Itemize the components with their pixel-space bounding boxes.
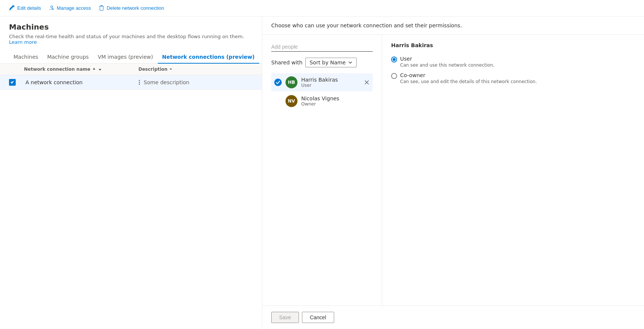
svg-point-1: [139, 82, 140, 83]
radio-user-content: User Can see and use this network connec…: [400, 56, 495, 68]
edit-details-label: Edit details: [17, 5, 41, 11]
delete-icon: [99, 5, 105, 11]
edit-details-button[interactable]: Edit details: [6, 4, 44, 13]
person-info-harris: Harris Bakiras User: [301, 77, 360, 88]
tab-machines[interactable]: Machines: [9, 51, 43, 64]
radio-user-option[interactable]: User Can see and use this network connec…: [391, 56, 635, 68]
radio-user-label: User: [400, 56, 495, 62]
sort-label: Sort by Name: [309, 60, 345, 66]
avatar-harris: HB: [285, 76, 297, 88]
radio-coowner-content: Co-owner Can see, use and edit the detai…: [400, 72, 537, 84]
remove-harris-button[interactable]: [364, 79, 370, 85]
check-mark: [276, 80, 280, 85]
svg-point-0: [139, 80, 140, 81]
delete-button[interactable]: Delete network connection: [96, 4, 167, 13]
page-header: Machines Check the real-time health and …: [0, 16, 262, 48]
panel-body: Shared with Sort by Name HB Harr: [262, 35, 644, 305]
radio-user-inner: [393, 58, 396, 61]
header-name-col[interactable]: Network connection name: [24, 67, 139, 72]
right-panel: Choose who can use your network connecti…: [262, 16, 644, 329]
desc-chevron-icon: [169, 67, 173, 71]
person-role-nicolas: Owner: [301, 101, 370, 107]
radio-coowner-circle: [391, 73, 397, 79]
radio-coowner-label: Co-owner: [400, 72, 537, 78]
row-name: A network connection: [24, 79, 135, 85]
tabs: Machines Machine groups VM images (previ…: [0, 51, 262, 64]
edit-icon: [9, 5, 15, 11]
row-menu-button[interactable]: [135, 79, 144, 85]
add-people-input[interactable]: [271, 42, 373, 52]
page-title: Machines: [9, 22, 253, 31]
people-list: HB Harris Bakiras User: [271, 73, 373, 110]
table-row[interactable]: A network connection Some description: [0, 75, 262, 90]
tab-network-connections[interactable]: Network connections (preview): [158, 51, 259, 64]
panel-footer: Save Cancel: [262, 305, 644, 329]
person-name-harris: Harris Bakiras: [301, 77, 360, 83]
sort-asc-icon: [92, 67, 96, 71]
person-info-nicolas: Nicolas Vignes Owner: [301, 95, 370, 107]
manage-access-button[interactable]: Manage access: [46, 4, 94, 13]
person-role-harris: User: [301, 83, 360, 88]
main-layout: Machines Check the real-time health and …: [0, 16, 644, 329]
radio-user-desc: Can see and use this network connection.: [400, 63, 495, 68]
avatar-nicolas: NV: [285, 95, 297, 107]
cancel-button[interactable]: Cancel: [302, 312, 334, 323]
panel-instruction: Choose who can use your network connecti…: [262, 16, 644, 35]
share-section: Shared with Sort by Name HB Harr: [262, 35, 382, 305]
person-row-harris[interactable]: HB Harris Bakiras User: [271, 73, 373, 91]
toolbar: Edit details Manage access Delete networ…: [0, 0, 644, 16]
shared-with-row: Shared with Sort by Name: [271, 58, 373, 67]
person-name-nicolas: Nicolas Vignes: [301, 95, 370, 101]
row-checkbox[interactable]: [9, 79, 24, 86]
delete-label: Delete network connection: [107, 5, 164, 11]
learn-more-link[interactable]: Learn more: [9, 39, 37, 45]
checkbox-checked-icon: [9, 79, 16, 86]
radio-user-circle: [391, 57, 397, 63]
sort-select[interactable]: Sort by Name: [305, 58, 356, 67]
table-header: Network connection name Description: [0, 64, 262, 75]
page-description: Check the real-time health and status of…: [9, 34, 253, 45]
sort-desc-icon: [98, 67, 102, 71]
row-description: Some description: [144, 79, 253, 85]
manage-access-label: Manage access: [57, 5, 91, 11]
save-button[interactable]: Save: [271, 312, 299, 323]
radio-coowner-desc: Can see, use and edit the details of thi…: [400, 79, 537, 84]
tab-machine-groups[interactable]: Machine groups: [43, 51, 93, 64]
perm-user-name: Harris Bakiras: [391, 42, 635, 48]
tab-vm-images[interactable]: VM images (preview): [93, 51, 158, 64]
selected-check-icon: [274, 79, 282, 86]
radio-coowner-option[interactable]: Co-owner Can see, use and edit the detai…: [391, 72, 635, 84]
svg-point-2: [139, 84, 140, 85]
sort-chevron-icon: [348, 60, 353, 65]
more-icon: [139, 79, 140, 85]
checkmark-icon: [10, 80, 15, 85]
header-desc-col[interactable]: Description: [139, 67, 253, 72]
person-row-nicolas[interactable]: NV Nicolas Vignes Owner: [271, 92, 373, 110]
manage-icon: [49, 5, 55, 11]
close-icon: [365, 80, 369, 85]
shared-with-label: Shared with: [271, 60, 302, 66]
permission-section: Harris Bakiras User Can see and use this…: [382, 35, 644, 305]
left-pane: Machines Check the real-time health and …: [0, 16, 262, 329]
